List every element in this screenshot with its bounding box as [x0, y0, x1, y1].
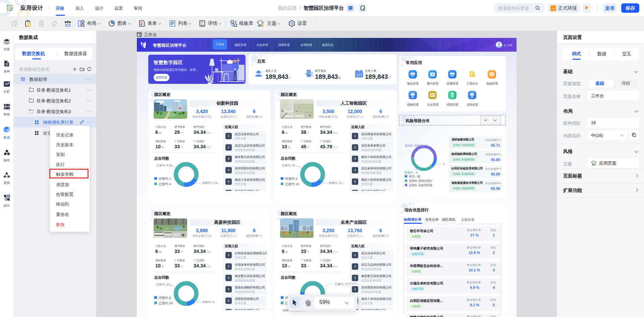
svg-text:</>: </>	[551, 7, 555, 10]
